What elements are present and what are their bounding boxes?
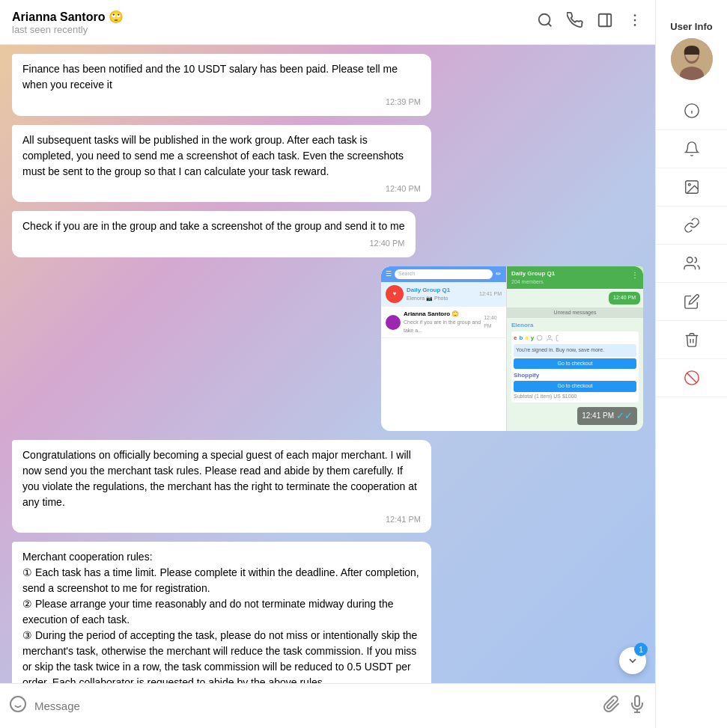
message-time: 12:40 PM (22, 237, 405, 250)
message-time: 12:39 PM (22, 96, 421, 108)
svg-point-8 (549, 335, 551, 337)
message-row: Congratulations on officially becoming a… (12, 440, 643, 533)
notifications-button[interactable] (656, 130, 727, 168)
messages-area: Finance has been notified and the 10 USD… (0, 45, 655, 683)
screenshot-image: ☰ Search ✏ ♥ Daily Group Q1 Elenora 📷 Ph… (381, 266, 643, 431)
chat-input-area (0, 683, 655, 728)
media-button[interactable] (656, 168, 727, 207)
attach-icon[interactable] (603, 695, 621, 718)
header-icons (537, 12, 643, 32)
svg-point-7 (538, 335, 543, 340)
sidebar-toggle-icon[interactable] (597, 12, 613, 32)
message-text: Check if you are in the group and take a… (22, 220, 405, 232)
image-time-badge: 12:41 PM ✓✓ (577, 407, 637, 425)
message-row: Check if you are in the group and take a… (12, 211, 643, 257)
message-bubble: Congratulations on officially becoming a… (12, 440, 431, 533)
svg-point-23 (687, 257, 692, 263)
message-bubble: All subsequent tasks will be published i… (12, 125, 431, 203)
edit-button[interactable] (656, 283, 727, 321)
unread-badge: 1 (634, 643, 648, 656)
svg-rect-2 (599, 14, 612, 27)
svg-line-1 (548, 23, 551, 26)
chat-header: Arianna Santoro 🙄 last seen recently (0, 0, 655, 45)
message-text: Congratulations on officially becoming a… (22, 449, 417, 508)
message-bubble: Merchant cooperation rules: ① Each task … (12, 542, 431, 683)
block-button[interactable] (656, 359, 727, 397)
info-button[interactable] (656, 92, 727, 130)
members-button[interactable] (656, 245, 727, 283)
search-icon[interactable] (537, 12, 553, 32)
ss-group-name: Daily Group Q1 (407, 286, 450, 295)
svg-line-25 (687, 373, 696, 383)
check-marks: ✓✓ (616, 409, 633, 423)
message-bubble: Check if you are in the group and take a… (12, 211, 416, 257)
user-info-label: User Info (664, 12, 718, 38)
svg-point-9 (10, 697, 25, 712)
links-button[interactable] (656, 207, 727, 245)
svg-point-0 (539, 14, 550, 25)
image-message-bubble: ☰ Search ✏ ♥ Daily Group Q1 Elenora 📷 Ph… (381, 266, 643, 431)
contact-name: Arianna Santoro 🙄 (12, 10, 537, 24)
header-info: Arianna Santoro 🙄 last seen recently (12, 10, 537, 35)
avatar (671, 38, 713, 80)
message-row: ☰ Search ✏ ♥ Daily Group Q1 Elenora 📷 Ph… (12, 266, 643, 431)
mic-icon[interactable] (628, 695, 646, 718)
message-time: 12:41 PM (22, 513, 421, 526)
message-input[interactable] (34, 700, 595, 712)
message-row: Finance has been notified and the 10 USD… (12, 54, 643, 116)
svg-point-6 (634, 24, 636, 26)
sidebar-right: User Info (655, 0, 727, 728)
message-text: All subsequent tasks will be published i… (22, 134, 404, 177)
message-bubble: Finance has been notified and the 10 USD… (12, 54, 431, 116)
message-row: Merchant cooperation rules: ① Each task … (12, 542, 643, 683)
more-icon[interactable] (627, 12, 643, 32)
svg-point-22 (688, 183, 690, 186)
contact-status: last seen recently (12, 24, 537, 35)
svg-point-4 (634, 14, 636, 16)
ss-search-bar: Search (395, 269, 493, 279)
message-row: All subsequent tasks will be published i… (12, 125, 643, 203)
svg-point-5 (634, 19, 636, 22)
message-text: Merchant cooperation rules: ① Each task … (22, 549, 421, 683)
message-time: 12:40 PM (22, 183, 421, 195)
phone-icon[interactable] (567, 12, 583, 32)
message-text: Finance has been notified and the 10 USD… (22, 63, 398, 91)
delete-button[interactable] (656, 321, 727, 359)
emoji-icon[interactable] (9, 695, 27, 718)
scroll-to-bottom-button[interactable]: 1 (619, 647, 646, 674)
